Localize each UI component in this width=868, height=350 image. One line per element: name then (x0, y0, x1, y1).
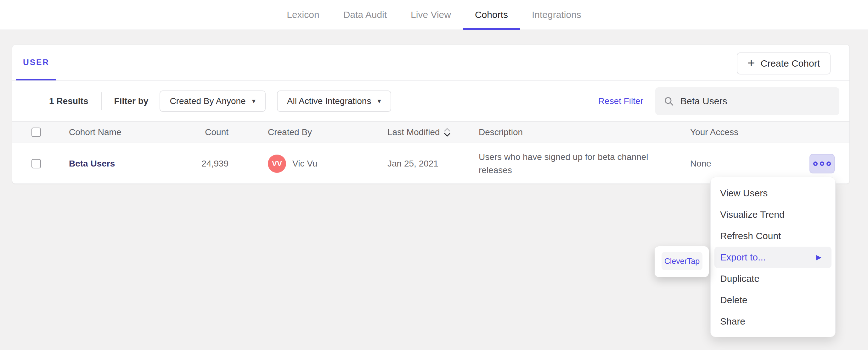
menu-item-share[interactable]: Share (711, 311, 835, 332)
integrations-dropdown[interactable]: All Active Integrations ▾ (277, 91, 391, 112)
submenu-item-clevertap[interactable]: CleverTap (661, 252, 703, 270)
tab-user[interactable]: USER (16, 45, 56, 80)
more-options-icon (820, 162, 824, 166)
plus-icon: + (747, 57, 755, 69)
integrations-dropdown-label: All Active Integrations (287, 96, 371, 106)
menu-item-view-users[interactable]: View Users (711, 182, 835, 204)
submenu-arrow-icon: ▶ (816, 253, 826, 261)
chevron-down-icon: ▾ (377, 97, 381, 105)
created-by-dropdown-label: Created By Anyone (169, 96, 246, 106)
menu-item-export-to[interactable]: Export to... ▶ (714, 247, 832, 268)
chevron-down-icon: ▾ (252, 97, 255, 105)
filter-right-group: Reset Filter (598, 88, 839, 115)
search-box[interactable] (655, 88, 839, 115)
menu-item-delete[interactable]: Delete (711, 289, 835, 311)
menu-item-export-label: Export to... (720, 252, 766, 262)
nav-item-data-audit[interactable]: Data Audit (332, 0, 399, 30)
filter-by-label: Filter by (114, 96, 149, 106)
filter-bar: 1 Results Filter by Created By Anyone ▾ … (12, 81, 849, 121)
access-value: None (690, 159, 780, 169)
header-last-modified[interactable]: Last Modified (388, 127, 451, 137)
create-cohort-label: Create Cohort (761, 58, 820, 69)
results-count: 1 Results (49, 96, 88, 106)
search-input[interactable] (680, 96, 831, 106)
search-icon (663, 96, 674, 106)
created-by-dropdown[interactable]: Created By Anyone ▾ (160, 91, 265, 112)
cohort-description: Users who have signed up for beta channe… (479, 150, 668, 177)
export-submenu: CleverTap (655, 246, 709, 277)
divider (101, 92, 102, 110)
last-modified-value: Jan 25, 2021 (388, 159, 479, 169)
top-navigation: Lexicon Data Audit Live View Cohorts Int… (0, 0, 868, 30)
nav-item-integrations[interactable]: Integrations (520, 0, 593, 30)
panel-tabs-row: USER + Create Cohort (12, 45, 849, 81)
more-options-icon (827, 162, 831, 166)
reset-filter-link[interactable]: Reset Filter (598, 96, 643, 106)
header-cohort-name: Cohort Name (57, 127, 193, 137)
nav-item-cohorts[interactable]: Cohorts (463, 0, 520, 30)
menu-item-refresh-count[interactable]: Refresh Count (711, 225, 835, 247)
header-count: Count (193, 127, 228, 137)
table-header-row: Cohort Name Count Created By Last Modifi… (12, 121, 849, 143)
header-created-by: Created By (228, 127, 388, 137)
nav-item-lexicon[interactable]: Lexicon (275, 0, 331, 30)
nav-item-live-view[interactable]: Live View (399, 0, 463, 30)
creator-name: Vic Vu (292, 159, 317, 169)
select-all-checkbox[interactable] (31, 128, 41, 137)
more-options-button[interactable] (809, 154, 835, 173)
avatar: VV (268, 154, 286, 173)
menu-item-visualize-trend[interactable]: Visualize Trend (711, 204, 835, 225)
row-checkbox[interactable] (31, 159, 41, 168)
more-options-icon (813, 162, 818, 166)
header-description: Description (479, 127, 690, 137)
cohort-name-link[interactable]: Beta Users (69, 159, 115, 168)
menu-item-duplicate[interactable]: Duplicate (711, 268, 835, 289)
cohort-count: 24,939 (193, 159, 228, 169)
cohorts-panel: USER + Create Cohort 1 Results Filter by… (12, 45, 850, 184)
create-cohort-button[interactable]: + Create Cohort (737, 53, 831, 74)
row-context-menu: View Users Visualize Trend Refresh Count… (710, 177, 836, 337)
header-your-access: Your Access (690, 127, 780, 137)
sort-icon (444, 127, 451, 137)
